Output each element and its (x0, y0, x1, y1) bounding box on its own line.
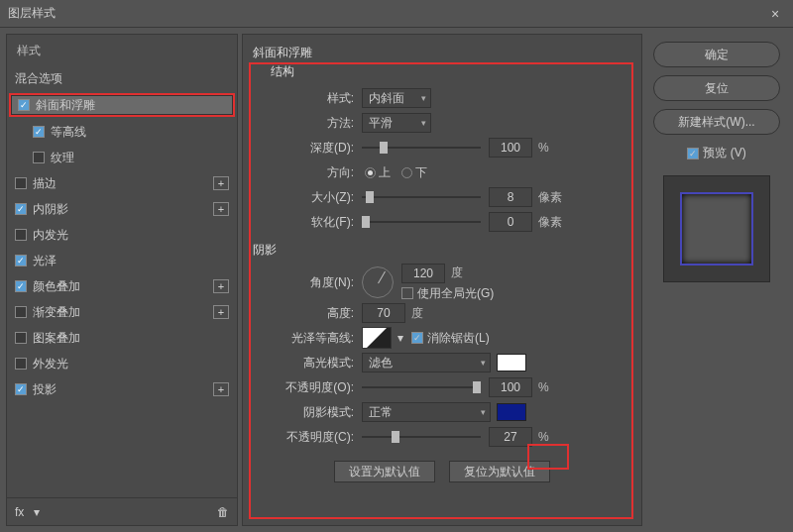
soften-input[interactable]: 0 (489, 212, 532, 232)
chevron-down-icon[interactable]: ▾ (397, 331, 403, 345)
highlight-opacity-slider[interactable] (362, 380, 481, 394)
shadow-opacity-label: 不透明度(C): (253, 429, 362, 446)
angle-input[interactable]: 120 (401, 264, 445, 283)
style-item-7[interactable]: ✓颜色叠加+ (7, 273, 237, 299)
styles-panel: 样式 混合选项 ✓斜面和浮雕✓等高线纹理描边+✓内阴影+内发光✓光泽✓颜色叠加+… (6, 34, 238, 526)
style-checkbox[interactable]: ✓ (18, 99, 30, 111)
style-item-6[interactable]: ✓光泽 (7, 248, 237, 273)
dir-up-radio[interactable] (365, 167, 376, 178)
style-label: 投影 (33, 381, 207, 398)
style-item-2[interactable]: 纹理 (7, 145, 237, 170)
style-item-5[interactable]: 内发光 (7, 222, 237, 248)
style-label: 渐变叠加 (33, 304, 207, 321)
ok-button[interactable]: 确定 (653, 42, 780, 67)
size-input[interactable]: 8 (489, 187, 532, 207)
style-list: ✓斜面和浮雕✓等高线纹理描边+✓内阴影+内发光✓光泽✓颜色叠加+渐变叠加+图案叠… (7, 91, 237, 497)
style-checkbox[interactable]: ✓ (15, 255, 27, 266)
add-icon[interactable]: + (213, 279, 229, 293)
blend-label: 混合选项 (15, 70, 229, 87)
style-checkbox[interactable] (15, 229, 27, 241)
style-item-11[interactable]: ✓投影+ (7, 376, 237, 402)
style-checkbox[interactable]: ✓ (15, 280, 27, 292)
style-item-3[interactable]: 描边+ (7, 170, 237, 196)
highlight-color-swatch[interactable] (497, 354, 526, 372)
method-select[interactable]: 平滑▾ (362, 113, 431, 133)
add-icon[interactable]: + (213, 176, 229, 190)
style-item-0[interactable]: ✓斜面和浮雕 (11, 95, 233, 115)
style-label: 斜面和浮雕 (36, 97, 226, 114)
style-checkbox[interactable]: ✓ (15, 203, 27, 215)
set-default-button[interactable]: 设置为默认值 (334, 461, 435, 482)
direction-label: 方向: (253, 164, 362, 181)
gloss-contour-label: 光泽等高线: (253, 330, 362, 347)
style-checkbox[interactable] (33, 152, 45, 163)
styles-header: 样式 (7, 35, 237, 65)
size-slider[interactable] (362, 190, 481, 204)
shadow-title: 阴影 (253, 242, 631, 259)
style-checkbox[interactable] (15, 177, 27, 189)
style-item-10[interactable]: 外发光 (7, 351, 237, 376)
style-select[interactable]: 内斜面▾ (362, 88, 431, 108)
add-icon[interactable]: + (213, 305, 229, 319)
shadow-mode-select[interactable]: 正常▾ (362, 402, 491, 422)
soften-label: 软化(F): (253, 214, 362, 231)
method-label: 方法: (253, 115, 362, 132)
add-icon[interactable]: + (213, 382, 229, 396)
style-checkbox[interactable] (15, 358, 27, 370)
depth-label: 深度(D): (253, 140, 362, 157)
style-label: 内发光 (33, 227, 229, 244)
antialias-checkbox[interactable]: ✓ (411, 332, 423, 344)
gloss-contour-picker[interactable] (362, 327, 392, 349)
new-style-button[interactable]: 新建样式(W)... (653, 109, 780, 135)
altitude-input[interactable]: 70 (362, 303, 405, 323)
depth-input[interactable]: 100 (489, 138, 532, 158)
style-label: 图案叠加 (33, 330, 229, 347)
reset-button[interactable]: 复位 (653, 75, 780, 101)
preview-box (663, 175, 770, 282)
highlight-opacity-label: 不透明度(O): (253, 379, 362, 396)
style-checkbox[interactable] (15, 306, 27, 318)
settings-panel: 斜面和浮雕 结构 样式: 内斜面▾ 方法: 平滑▾ 深度(D): 100% 方向… (242, 34, 642, 526)
add-icon[interactable]: + (213, 202, 229, 216)
highlight-mode-select[interactable]: 滤色▾ (362, 353, 491, 372)
style-label: 纹理 (51, 150, 229, 166)
shadow-opacity-slider[interactable] (362, 430, 481, 444)
style-label: 颜色叠加 (33, 278, 207, 295)
style-label: 外发光 (33, 356, 229, 372)
action-panel: 确定 复位 新建样式(W)... ✓预览 (V) (646, 34, 787, 526)
structure-title: 结构 (271, 63, 631, 80)
shadow-color-swatch[interactable] (497, 403, 526, 421)
trash-icon[interactable]: 🗑 (217, 505, 229, 519)
preview-label: 预览 (V) (703, 145, 745, 161)
preview-checkbox[interactable]: ✓ (687, 148, 699, 160)
soften-slider[interactable] (362, 215, 481, 229)
shadow-opacity-input[interactable]: 27 (489, 427, 532, 447)
preview-thumb (680, 192, 753, 266)
global-light-checkbox[interactable] (401, 287, 413, 299)
window-title: 图层样式 (8, 5, 765, 22)
blend-options[interactable]: 混合选项 (7, 65, 237, 91)
highlight-mode-label: 高光模式: (253, 355, 362, 372)
reset-default-button[interactable]: 复位为默认值 (449, 461, 550, 482)
style-label: 内阴影 (33, 201, 207, 218)
style-checkbox[interactable]: ✓ (33, 126, 45, 138)
shadow-mode-label: 阴影模式: (253, 404, 362, 421)
style-label: 等高线 (51, 124, 229, 141)
style-label: 描边 (33, 175, 207, 192)
close-icon[interactable]: × (765, 4, 785, 24)
style-item-1[interactable]: ✓等高线 (7, 119, 237, 145)
fx-icon[interactable]: fx (15, 505, 24, 519)
chevron-down-icon[interactable]: ▾ (34, 505, 40, 519)
chevron-down-icon: ▾ (421, 118, 426, 128)
depth-slider[interactable] (362, 141, 481, 155)
style-checkbox[interactable]: ✓ (15, 383, 27, 395)
dir-down-radio[interactable] (401, 167, 412, 178)
chevron-down-icon: ▾ (421, 93, 426, 103)
highlight-opacity-input[interactable]: 100 (489, 377, 532, 397)
angle-dial[interactable] (362, 266, 394, 298)
style-item-9[interactable]: 图案叠加 (7, 325, 237, 351)
style-item-8[interactable]: 渐变叠加+ (7, 299, 237, 325)
style-item-4[interactable]: ✓内阴影+ (7, 196, 237, 222)
chevron-down-icon: ▾ (481, 407, 486, 417)
style-checkbox[interactable] (15, 332, 27, 344)
